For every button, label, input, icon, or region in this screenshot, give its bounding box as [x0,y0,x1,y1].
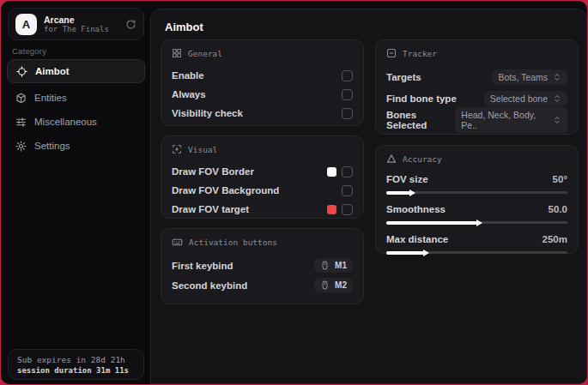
card-tracker: Tracker Targets Bots, Teams Find bone ty… [375,39,579,135]
bones-selected-dropdown[interactable]: Head, Neck, Body, Pe.. [455,107,567,133]
app-subtitle: for The Finals [44,25,118,33]
setting-row-visibility-check: Visibility check [172,104,353,123]
enable-checkbox[interactable] [342,70,353,81]
first-keybind-button[interactable]: M1 [314,258,353,273]
setting-label: Bones Selected [386,110,455,130]
app-name: Arcane [44,15,118,25]
sidebar-item-miscellaneous[interactable]: Miscellaneous [7,111,145,133]
setting-label: Targets [386,72,421,82]
category-label: Category [12,46,46,56]
focus-icon [172,144,182,154]
sidebar-item-settings[interactable]: Settings [7,135,145,157]
setting-label: Find bone type [386,93,457,104]
slider-group-max-distance: Max distance 250m [386,232,567,254]
sidebar-item-entities[interactable]: Entities [7,87,145,109]
keyboard-icon [172,237,183,248]
sidebar-item-label: Aimbot [35,66,70,76]
card-visual: Visual Draw FOV Border Draw FOV Backgrou… [161,135,364,219]
setting-row-draw-fov-target: Draw FOV target [172,200,353,219]
keybind-value: M1 [335,261,347,270]
slider-group-smoothness: Smoothness 50.0 [386,202,567,224]
grid-icon [172,48,182,58]
dropdown-value: Head, Neck, Body, Pe.. [461,110,548,130]
draw-fov-border-checkbox[interactable] [342,166,353,177]
draw-fov-background-checkbox[interactable] [342,185,353,196]
slider-group-fov-size: FOV size 50° [386,171,567,194]
sub-expiry-text: Sub expires in 28d 21h [17,355,135,364]
setting-label: Enable [172,70,204,81]
visibility-check-checkbox[interactable] [342,108,353,119]
square-minus-icon [386,48,397,58]
setting-label: Draw FOV Background [172,185,279,196]
setting-label: Always [172,89,206,99]
slider-thumb[interactable] [409,189,415,196]
card-title: Visual [188,145,217,154]
setting-label: Visibility check [172,108,243,118]
setting-label: First keybind [172,261,233,271]
dropdown-value: Bots, Teams [498,72,548,82]
card-accuracy: Accuracy FOV size 50° Smoothness 50.0 [375,145,579,254]
find-bone-type-dropdown[interactable]: Selected bone [484,91,567,106]
sidebar-item-label: Miscellaneous [34,117,97,127]
card-general: General Enable Always Visibility check [161,39,364,126]
chevrons-up-down-icon [553,73,561,81]
draw-fov-target-checkbox[interactable] [342,204,353,215]
app-window: A Arcane for The Finals Category Aimbot [1,1,587,384]
mouse-icon [320,280,330,290]
setting-row-second-keybind: Second keybind M2 [172,275,353,295]
sidebar: A Arcane for The Finals Category Aimbot [1,1,150,384]
card-title: Activation buttons [189,238,277,247]
targets-dropdown[interactable]: Bots, Teams [492,69,567,85]
setting-row-always: Always [172,85,353,104]
setting-label: Smoothness [386,204,446,214]
setting-row-draw-fov-border: Draw FOV Border [172,162,353,181]
setting-label: FOV size [386,174,428,184]
setting-label: Second keybind [172,280,247,291]
smoothness-slider[interactable] [386,221,567,224]
setting-row-enable: Enable [172,66,353,85]
app-logo: A [15,14,37,35]
setting-row-bones-selected: Bones Selected Head, Neck, Body, Pe.. [386,109,567,130]
sidebar-item-label: Entities [34,93,67,103]
slider-fill [386,251,424,255]
setting-row-find-bone-type: Find bone type Selected bone [386,87,567,109]
app-header-card: A Arcane for The Finals [8,8,144,40]
card-activation-buttons: Activation buttons First keybind M1 Seco… [161,228,364,304]
fov-size-slider[interactable] [386,191,567,194]
mouse-icon [320,261,330,270]
keybind-value: M2 [335,280,347,290]
card-title: Accuracy [403,154,442,164]
main-panel: Aimbot General Enable Always [150,9,587,384]
slider-value: 50.0 [549,204,567,214]
always-checkbox[interactable] [342,89,353,100]
page-title: Aimbot [165,21,203,33]
card-title: Tracker [403,49,437,58]
sliders-icon [15,117,27,128]
setting-row-targets: Targets Bots, Teams [386,66,567,87]
subscription-info: Sub expires in 28d 21h session duration … [8,349,144,380]
slider-thumb[interactable] [476,220,482,226]
cube-icon [15,93,27,104]
second-keybind-button[interactable]: M2 [314,278,353,292]
chevrons-up-down-icon [553,94,561,103]
triangle-icon [386,153,397,164]
slider-value: 50° [553,174,567,184]
sidebar-item-label: Settings [34,141,70,151]
fov-target-color-swatch[interactable] [327,205,336,214]
slider-thumb[interactable] [423,250,429,256]
slider-fill [386,221,477,225]
max-distance-slider[interactable] [386,251,567,254]
sync-icon[interactable] [125,19,136,30]
fov-border-color-swatch[interactable] [327,167,336,177]
setting-label: Max distance [386,234,448,244]
setting-row-first-keybind: First keybind M1 [172,256,353,275]
crosshair-icon [16,66,27,77]
dropdown-value: Selected bone [490,93,548,104]
slider-value: 250m [543,234,567,244]
card-title: General [188,49,222,58]
gear-icon [15,141,27,152]
app-meta: Arcane for The Finals [44,15,118,33]
slider-fill [386,191,410,195]
sidebar-item-aimbot[interactable]: Aimbot [7,59,145,83]
setting-label: Draw FOV Border [172,166,254,177]
